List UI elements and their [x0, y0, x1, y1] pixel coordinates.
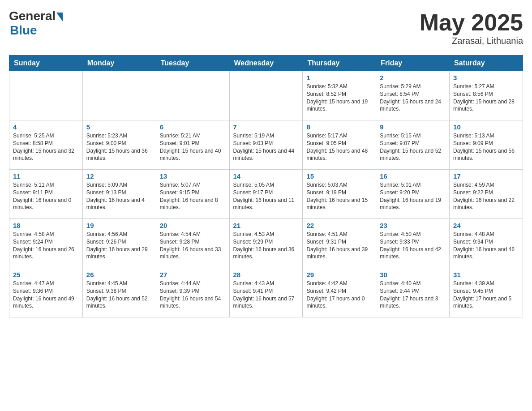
day-cell: 4Sunrise: 5:25 AM Sunset: 8:58 PM Daylig…	[9, 120, 83, 170]
weekday-header-wednesday: Wednesday	[229, 56, 303, 71]
weekday-header-row: SundayMondayTuesdayWednesdayThursdayFrid…	[9, 56, 523, 71]
day-info: Sunrise: 5:13 AM Sunset: 9:09 PM Dayligh…	[453, 132, 519, 162]
day-cell: 16Sunrise: 5:01 AM Sunset: 9:20 PM Dayli…	[376, 170, 450, 219]
day-info: Sunrise: 5:19 AM Sunset: 9:03 PM Dayligh…	[233, 132, 299, 162]
day-number: 9	[380, 123, 446, 131]
day-info: Sunrise: 5:03 AM Sunset: 9:19 PM Dayligh…	[306, 181, 372, 211]
day-cell: 2Sunrise: 5:29 AM Sunset: 8:54 PM Daylig…	[376, 71, 450, 120]
day-number: 14	[233, 172, 299, 180]
day-info: Sunrise: 5:01 AM Sunset: 9:20 PM Dayligh…	[380, 181, 446, 211]
day-cell: 19Sunrise: 4:56 AM Sunset: 9:26 PM Dayli…	[82, 219, 156, 268]
day-info: Sunrise: 4:45 AM Sunset: 9:38 PM Dayligh…	[86, 280, 152, 310]
logo: General Blue	[9, 9, 63, 38]
day-info: Sunrise: 5:29 AM Sunset: 8:54 PM Dayligh…	[380, 83, 446, 113]
day-cell: 17Sunrise: 4:59 AM Sunset: 9:22 PM Dayli…	[450, 170, 523, 219]
day-cell: 27Sunrise: 4:44 AM Sunset: 9:39 PM Dayli…	[156, 268, 229, 317]
day-cell: 13Sunrise: 5:07 AM Sunset: 9:15 PM Dayli…	[156, 170, 229, 219]
day-cell: 28Sunrise: 4:43 AM Sunset: 9:41 PM Dayli…	[229, 268, 303, 317]
day-info: Sunrise: 5:07 AM Sunset: 9:15 PM Dayligh…	[160, 181, 226, 211]
day-number: 20	[160, 222, 226, 229]
day-info: Sunrise: 4:43 AM Sunset: 9:41 PM Dayligh…	[233, 280, 299, 310]
day-info: Sunrise: 5:15 AM Sunset: 9:07 PM Dayligh…	[380, 132, 446, 162]
day-cell	[156, 71, 229, 120]
day-cell: 11Sunrise: 5:11 AM Sunset: 9:11 PM Dayli…	[9, 170, 83, 219]
day-cell: 21Sunrise: 4:53 AM Sunset: 9:29 PM Dayli…	[229, 219, 303, 268]
day-info: Sunrise: 4:47 AM Sunset: 9:36 PM Dayligh…	[13, 280, 79, 310]
day-cell: 8Sunrise: 5:17 AM Sunset: 9:05 PM Daylig…	[303, 120, 376, 170]
day-info: Sunrise: 5:32 AM Sunset: 8:52 PM Dayligh…	[306, 83, 372, 113]
day-cell: 14Sunrise: 5:05 AM Sunset: 9:17 PM Dayli…	[229, 170, 303, 219]
day-number: 22	[306, 222, 372, 229]
day-number: 13	[160, 172, 226, 180]
logo-blue-text: Blue	[10, 23, 37, 38]
day-number: 17	[453, 172, 519, 180]
day-info: Sunrise: 5:09 AM Sunset: 9:13 PM Dayligh…	[86, 181, 152, 211]
day-info: Sunrise: 4:59 AM Sunset: 9:22 PM Dayligh…	[453, 181, 519, 211]
day-cell: 6Sunrise: 5:21 AM Sunset: 9:01 PM Daylig…	[156, 120, 229, 170]
logo-general-text: General	[9, 9, 56, 23]
weekday-header-tuesday: Tuesday	[156, 56, 229, 71]
day-number: 30	[380, 271, 446, 278]
day-number: 3	[453, 74, 519, 81]
calendar-table: SundayMondayTuesdayWednesdayThursdayFrid…	[9, 55, 523, 317]
day-cell: 25Sunrise: 4:47 AM Sunset: 9:36 PM Dayli…	[9, 268, 83, 317]
day-cell: 22Sunrise: 4:51 AM Sunset: 9:31 PM Dayli…	[303, 219, 376, 268]
day-info: Sunrise: 4:54 AM Sunset: 9:28 PM Dayligh…	[160, 231, 226, 261]
day-info: Sunrise: 5:11 AM Sunset: 9:11 PM Dayligh…	[13, 181, 79, 211]
day-cell: 3Sunrise: 5:27 AM Sunset: 8:56 PM Daylig…	[450, 71, 523, 120]
day-info: Sunrise: 4:58 AM Sunset: 9:24 PM Dayligh…	[13, 231, 79, 261]
day-info: Sunrise: 5:27 AM Sunset: 8:56 PM Dayligh…	[453, 83, 519, 113]
day-number: 31	[453, 271, 519, 278]
week-row-5: 25Sunrise: 4:47 AM Sunset: 9:36 PM Dayli…	[9, 268, 523, 317]
day-number: 4	[13, 123, 79, 131]
day-number: 7	[233, 123, 299, 131]
day-info: Sunrise: 4:42 AM Sunset: 9:42 PM Dayligh…	[306, 280, 372, 310]
day-info: Sunrise: 4:39 AM Sunset: 9:45 PM Dayligh…	[453, 280, 519, 310]
day-info: Sunrise: 4:50 AM Sunset: 9:33 PM Dayligh…	[380, 231, 446, 261]
day-info: Sunrise: 5:05 AM Sunset: 9:17 PM Dayligh…	[233, 181, 299, 211]
day-cell: 30Sunrise: 4:40 AM Sunset: 9:44 PM Dayli…	[376, 268, 450, 317]
month-year-title: May 2025	[420, 9, 523, 36]
day-cell: 1Sunrise: 5:32 AM Sunset: 8:52 PM Daylig…	[303, 71, 376, 120]
day-cell: 15Sunrise: 5:03 AM Sunset: 9:19 PM Dayli…	[303, 170, 376, 219]
weekday-header-friday: Friday	[376, 56, 450, 71]
day-cell	[229, 71, 303, 120]
week-row-4: 18Sunrise: 4:58 AM Sunset: 9:24 PM Dayli…	[9, 219, 523, 268]
day-cell: 10Sunrise: 5:13 AM Sunset: 9:09 PM Dayli…	[450, 120, 523, 170]
day-cell: 18Sunrise: 4:58 AM Sunset: 9:24 PM Dayli…	[9, 219, 83, 268]
day-info: Sunrise: 4:53 AM Sunset: 9:29 PM Dayligh…	[233, 231, 299, 261]
weekday-header-sunday: Sunday	[9, 56, 83, 71]
weekday-header-thursday: Thursday	[303, 56, 376, 71]
location-text: Zarasai, Lithuania	[420, 36, 523, 46]
page-header: General Blue May 2025 Zarasai, Lithuania	[9, 9, 523, 46]
day-number: 15	[306, 172, 372, 180]
day-info: Sunrise: 4:40 AM Sunset: 9:44 PM Dayligh…	[380, 280, 446, 310]
logo-arrow-icon	[56, 13, 63, 21]
day-cell: 26Sunrise: 4:45 AM Sunset: 9:38 PM Dayli…	[82, 268, 156, 317]
weekday-header-monday: Monday	[82, 56, 156, 71]
day-number: 19	[86, 222, 152, 229]
day-number: 6	[160, 123, 226, 131]
day-cell: 20Sunrise: 4:54 AM Sunset: 9:28 PM Dayli…	[156, 219, 229, 268]
day-info: Sunrise: 5:21 AM Sunset: 9:01 PM Dayligh…	[160, 132, 226, 162]
day-cell: 5Sunrise: 5:23 AM Sunset: 9:00 PM Daylig…	[82, 120, 156, 170]
day-info: Sunrise: 4:44 AM Sunset: 9:39 PM Dayligh…	[160, 280, 226, 310]
day-number: 8	[306, 123, 372, 131]
day-number: 25	[13, 271, 79, 278]
day-number: 10	[453, 123, 519, 131]
day-number: 16	[380, 172, 446, 180]
day-number: 27	[160, 271, 226, 278]
day-info: Sunrise: 5:25 AM Sunset: 8:58 PM Dayligh…	[13, 132, 79, 162]
day-info: Sunrise: 5:23 AM Sunset: 9:00 PM Dayligh…	[86, 132, 152, 162]
day-cell	[9, 71, 83, 120]
weekday-header-saturday: Saturday	[450, 56, 523, 71]
day-info: Sunrise: 4:48 AM Sunset: 9:34 PM Dayligh…	[453, 231, 519, 261]
day-number: 26	[86, 271, 152, 278]
week-row-2: 4Sunrise: 5:25 AM Sunset: 8:58 PM Daylig…	[9, 120, 523, 170]
day-number: 1	[306, 74, 372, 81]
day-cell: 29Sunrise: 4:42 AM Sunset: 9:42 PM Dayli…	[303, 268, 376, 317]
day-number: 11	[13, 172, 79, 180]
day-number: 18	[13, 222, 79, 229]
day-number: 23	[380, 222, 446, 229]
day-number: 5	[86, 123, 152, 131]
